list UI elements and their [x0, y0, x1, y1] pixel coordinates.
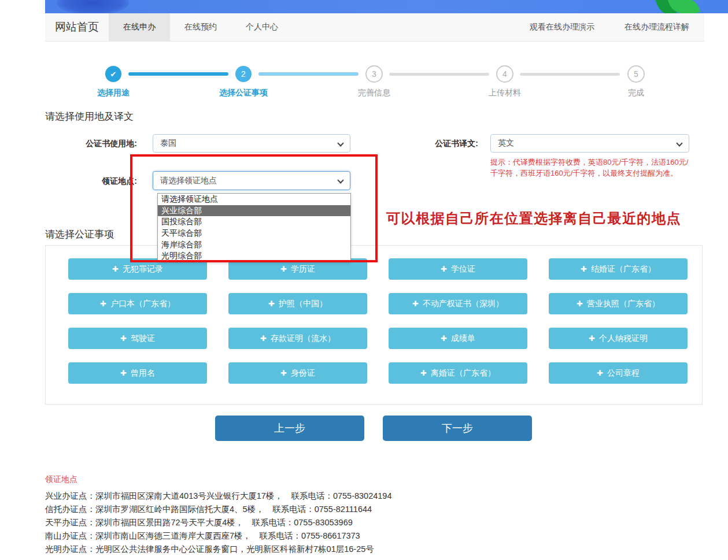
- plus-icon: ✚: [120, 334, 127, 343]
- destination-label: 公证书使用地:: [45, 139, 137, 149]
- plus-icon: ✚: [280, 369, 287, 377]
- step-label: 选择用途: [97, 88, 130, 98]
- matter-button-label: 学位证: [451, 264, 475, 275]
- matter-button[interactable]: ✚营业执照（广东省）: [549, 293, 688, 314]
- top-banner: [45, 0, 728, 13]
- plus-icon: ✚: [581, 265, 587, 273]
- chevron-down-icon: [337, 140, 343, 146]
- matter-button[interactable]: ✚护照（中国）: [228, 293, 367, 314]
- dropdown-option[interactable]: 天平综合部: [158, 228, 350, 239]
- stepper-connector: [258, 72, 359, 76]
- destination-select-value: 泰国: [160, 138, 176, 149]
- dropdown-option[interactable]: 海岸综合部: [158, 239, 350, 251]
- matter-button[interactable]: ✚不动产权证书（深圳）: [389, 293, 527, 314]
- matter-button-label: 成绩单: [451, 333, 475, 344]
- translation-label: 公证书译文:: [399, 139, 478, 149]
- matter-button-label: 驾驶证: [131, 333, 155, 344]
- matter-button-label: 存款证明（流水）: [271, 333, 335, 344]
- plus-icon: ✚: [420, 369, 427, 377]
- matter-button-label: 曾用名: [131, 368, 155, 379]
- pickup-location-line: 兴业办证点：深圳市福田区深南大道4013号兴业银行大厦17楼， 联系电话：075…: [45, 489, 391, 503]
- pickup-locations-list: 兴业办证点：深圳市福田区深南大道4013号兴业银行大厦17楼， 联系电话：075…: [45, 489, 391, 556]
- step-label: 完善信息: [358, 88, 390, 98]
- matter-button-label: 护照（中国）: [279, 299, 327, 309]
- translation-select[interactable]: 英文: [490, 134, 689, 153]
- nav-right-links: 观看在线办理演示 在线办理流程详解: [515, 13, 704, 41]
- matter-button-label: 户口本（广东省）: [110, 299, 175, 309]
- matter-button-label: 结婚证（广东省）: [591, 264, 656, 275]
- matter-button-label: 身份证: [291, 368, 315, 379]
- matter-button-label: 离婚证（广东省）: [431, 368, 496, 379]
- step-number: 5: [627, 65, 645, 83]
- dropdown-option[interactable]: 光明综合部: [158, 250, 350, 262]
- pickup-select-value: 请选择领证地点: [160, 176, 217, 186]
- next-step-button[interactable]: 下一步: [383, 416, 532, 441]
- plus-icon: ✚: [412, 299, 419, 308]
- matter-button[interactable]: ✚公司章程: [549, 362, 688, 384]
- plus-icon: ✚: [441, 265, 447, 273]
- pickup-location-label: 领证地点:: [45, 176, 137, 187]
- step-label: 选择公证事项: [219, 88, 268, 98]
- matter-button[interactable]: ✚曾用名: [68, 362, 207, 384]
- matter-button[interactable]: ✚成绩单: [389, 328, 527, 349]
- nav-item-online-booking[interactable]: 在线预约: [170, 13, 231, 41]
- matter-button-label: 个人纳税证明: [599, 333, 648, 344]
- pickup-location-line: 天平办证点：深圳市福田区景田路72号天平大厦4楼， 联系电话：0755-8305…: [45, 516, 391, 529]
- nav-link-process-guide[interactable]: 在线办理流程详解: [609, 13, 704, 41]
- step-number: 2: [235, 66, 252, 82]
- destination-select[interactable]: 泰国: [153, 134, 350, 153]
- plus-icon: ✚: [577, 299, 583, 308]
- matter-button[interactable]: ✚学位证: [389, 258, 527, 280]
- matter-button[interactable]: ✚驾驶证: [68, 328, 207, 349]
- matter-button-label: 不动产权证书（深圳）: [423, 299, 504, 309]
- dropdown-option-highlighted[interactable]: 兴业综合部: [158, 205, 350, 217]
- pickup-location-select[interactable]: 请选择领证地点: [153, 171, 350, 190]
- plus-icon: ✚: [597, 369, 603, 377]
- matter-button-label: 学历证: [291, 264, 315, 275]
- plus-icon: ✚: [268, 299, 275, 308]
- step-label: 完成: [628, 88, 644, 98]
- logo-blob: [57, 0, 129, 13]
- matter-button[interactable]: ✚身份证: [228, 362, 367, 384]
- plus-icon: ✚: [589, 334, 595, 343]
- matter-button[interactable]: ✚个人纳税证明: [549, 328, 688, 349]
- red-annotation-text: 可以根据自己所在位置选择离自己最近的地点: [386, 209, 681, 228]
- check-icon: ✔: [105, 66, 121, 82]
- nav-item-online-apply[interactable]: 在线申办: [109, 13, 170, 41]
- plus-icon: ✚: [100, 299, 106, 308]
- matter-button[interactable]: ✚存款证明（流水）: [228, 328, 367, 349]
- translation-select-value: 英文: [498, 138, 514, 149]
- matter-button[interactable]: ✚结婚证（广东省）: [549, 258, 688, 280]
- matter-button-label: 营业执照（广东省）: [587, 299, 660, 309]
- nav-item-personal-center[interactable]: 个人中心: [231, 13, 293, 41]
- dropdown-option[interactable]: 国投综合部: [158, 216, 350, 228]
- plus-icon: ✚: [120, 369, 127, 377]
- translation-fee-hint: 提示：代译费根据字符收费，英语80元/千字符，法语160元/千字符，西班牙语16…: [490, 157, 694, 179]
- chevron-down-icon: [676, 140, 682, 146]
- plus-icon: ✚: [260, 334, 267, 343]
- dropdown-option[interactable]: 请选择领证地点: [158, 194, 350, 205]
- matter-button-label: 公司章程: [607, 368, 640, 379]
- matter-button-label: 无犯罪记录: [123, 264, 163, 275]
- pickup-location-line: 信托办证点：深圳市罗湖区红岭中路国际信托大厦4、5楼， 联系电话：0755-82…: [45, 503, 391, 516]
- plus-icon: ✚: [280, 265, 287, 273]
- matters-panel: ✚无犯罪记录 ✚学历证 ✚学位证 ✚结婚证（广东省） ✚户口本（广东省） ✚护照…: [45, 245, 703, 405]
- usage-section-title: 请选择使用地及译文: [45, 110, 134, 123]
- nav-link-demo-video[interactable]: 观看在线办理演示: [515, 13, 609, 41]
- matters-section-title: 请选择公证事项: [45, 228, 114, 241]
- progress-stepper: ✔ 选择用途 2 选择公证事项 3 完善信息 4 上传材料 5 完成: [45, 61, 704, 98]
- nav-item-home[interactable]: 网站首页: [45, 13, 109, 41]
- pickup-location-line: 南山办证点：深圳市南山区海德三道海岸大厦西座7楼， 联系电话：0755-8661…: [45, 529, 391, 543]
- matter-button[interactable]: ✚离婚证（广东省）: [389, 362, 527, 384]
- pickup-location-dropdown: 请选择领证地点 兴业综合部 国投综合部 天平综合部 海岸综合部 光明综合部: [157, 193, 351, 262]
- prev-step-button[interactable]: 上一步: [215, 416, 364, 441]
- plus-icon: ✚: [441, 334, 447, 343]
- pickup-location-line: 光明办证点：光明区公共法律服务中心公证服务窗口，光明新区科裕新村7栋01层16-…: [45, 543, 391, 556]
- pickup-locations-footer-title: 领证地点: [45, 474, 77, 485]
- stepper-connector: [389, 73, 489, 76]
- stepper-connector: [520, 73, 620, 76]
- matter-button[interactable]: ✚户口本（广东省）: [68, 293, 207, 314]
- step-label: 上传材料: [489, 88, 521, 98]
- main-navbar: 网站首页 在线申办 在线预约 个人中心 观看在线办理演示 在线办理流程详解: [45, 13, 704, 42]
- stepper-connector: [128, 72, 228, 76]
